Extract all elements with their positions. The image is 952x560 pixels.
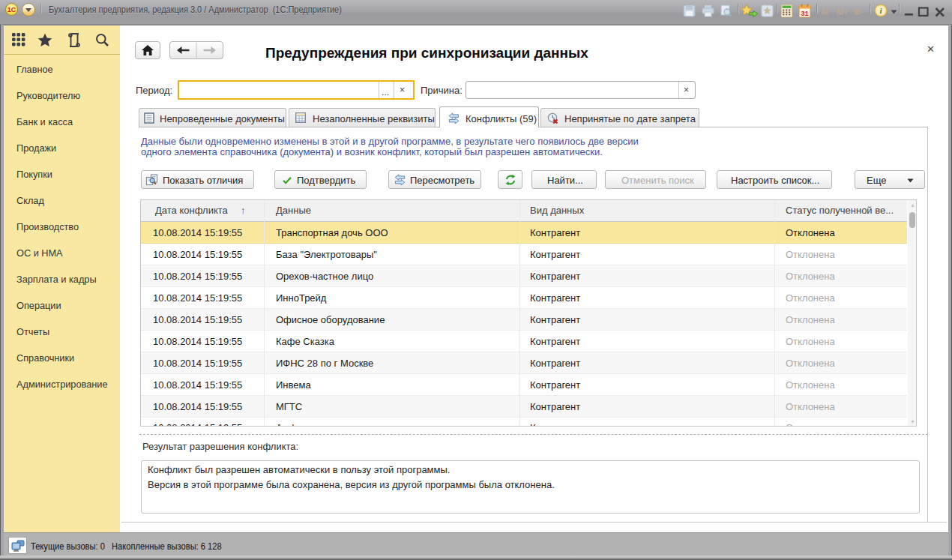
svg-text:31: 31 (801, 9, 809, 17)
